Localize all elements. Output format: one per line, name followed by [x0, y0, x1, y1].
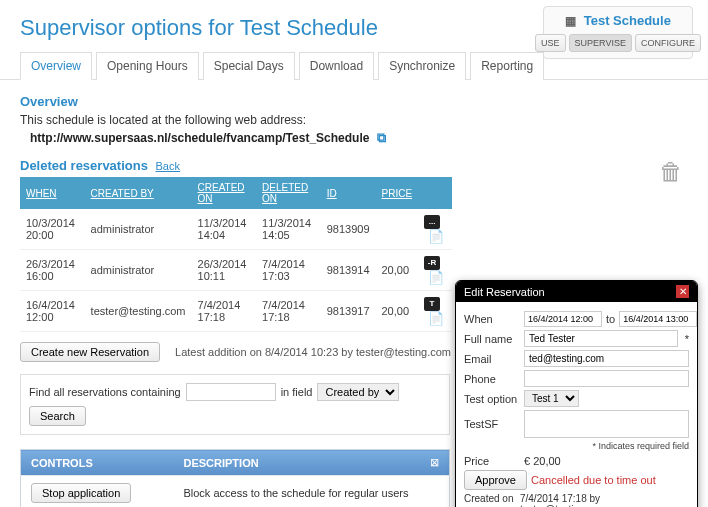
phone-input[interactable]	[524, 370, 689, 387]
testsf-textarea[interactable]	[524, 410, 689, 438]
col-price[interactable]: PRICE	[376, 177, 419, 209]
search-in-field-label: in field	[281, 386, 313, 398]
search-button[interactable]: Search	[29, 406, 86, 426]
back-link[interactable]: Back	[156, 160, 180, 172]
cancelled-text: Cancelled due to time out	[531, 474, 656, 486]
controls-close-icon[interactable]: ⊠	[384, 450, 449, 476]
col-created-by[interactable]: CREATED BY	[85, 177, 192, 209]
description-header: DESCRIPTION	[173, 450, 384, 476]
popup-header: Edit Reservation ✕	[456, 281, 697, 302]
tab-overview[interactable]: Overview	[20, 52, 92, 80]
document-icon[interactable]: 📄	[428, 270, 444, 285]
edit-reservation-popup: Edit Reservation ✕ When to Full name * E…	[455, 280, 698, 507]
fullname-label: Full name	[464, 333, 520, 345]
deleted-heading-text: Deleted reservations	[20, 158, 148, 173]
col-id[interactable]: ID	[321, 177, 376, 209]
col-created-on[interactable]: CREATED ON	[192, 177, 257, 209]
search-input[interactable]	[186, 383, 276, 401]
required-note: * Indicates required field	[464, 441, 689, 451]
search-field-select[interactable]: Created by	[317, 383, 399, 401]
when-label: When	[464, 313, 520, 325]
email-input[interactable]	[524, 350, 689, 367]
supervise-button[interactable]: SUPERVISE	[569, 34, 632, 52]
table-row[interactable]: 26/3/2014 16:00administrator26/3/2014 10…	[20, 250, 452, 291]
controls-header: CONTROLS	[21, 450, 174, 476]
tab-reporting[interactable]: Reporting	[470, 52, 544, 80]
schedule-panel: ▦ Test Schedule USE SUPERVISE CONFIGURE	[543, 6, 693, 59]
price-value: € 20,00	[524, 455, 561, 467]
external-link-icon[interactable]: ⧉	[377, 130, 386, 145]
stop-application-button[interactable]: Stop application	[31, 483, 131, 503]
close-icon[interactable]: ✕	[676, 285, 689, 298]
price-label: Price	[464, 455, 520, 467]
status-badge: ...	[424, 215, 440, 229]
controls-table: CONTROLS DESCRIPTION ⊠ Stop applicationB…	[20, 449, 450, 507]
configure-button[interactable]: CONFIGURE	[635, 34, 701, 52]
status-badge: -R	[424, 256, 440, 270]
testopt-label: Test option	[464, 393, 520, 405]
created-on-label: Created on	[464, 493, 520, 507]
overview-heading: Overview	[20, 94, 688, 109]
testopt-select[interactable]: Test 1	[524, 390, 579, 407]
search-box: Find all reservations containing in fiel…	[20, 374, 450, 435]
latest-addition-text: Latest addition on 8/4/2014 10:23 by tes…	[175, 346, 451, 358]
col-actions	[418, 177, 452, 209]
document-icon[interactable]: 📄	[428, 229, 444, 244]
create-reservation-button[interactable]: Create new Reservation	[20, 342, 160, 362]
control-description: Block access to the schedule for regular…	[173, 476, 449, 508]
document-icon[interactable]: 📄	[428, 311, 444, 326]
schedule-title: ▦ Test Schedule	[550, 13, 686, 28]
table-row: Stop applicationBlock access to the sche…	[21, 476, 450, 508]
phone-label: Phone	[464, 373, 520, 385]
location-url: http://www.supersaas.nl/schedule/fvancam…	[20, 130, 688, 146]
search-prefix: Find all reservations containing	[29, 386, 181, 398]
schedule-title-text: Test Schedule	[584, 13, 671, 28]
deleted-reservations-heading: Deleted reservations Back	[20, 158, 688, 173]
created-on-value: 7/4/2014 17:18 by tester@testing.com	[520, 493, 689, 507]
col-when[interactable]: WHEN	[20, 177, 85, 209]
tab-opening-hours[interactable]: Opening Hours	[96, 52, 199, 80]
use-button[interactable]: USE	[535, 34, 566, 52]
testsf-label: TestSF	[464, 418, 520, 430]
popup-title: Edit Reservation	[464, 286, 545, 298]
status-badge: T	[424, 297, 440, 311]
col-deleted-on[interactable]: DELETED ON	[256, 177, 321, 209]
approve-button[interactable]: Approve	[464, 470, 527, 490]
deleted-table: WHEN CREATED BY CREATED ON DELETED ON ID…	[20, 177, 452, 332]
required-marker: *	[685, 333, 689, 345]
tab-special-days[interactable]: Special Days	[203, 52, 295, 80]
fullname-input[interactable]	[524, 330, 678, 347]
location-text: This schedule is located at the followin…	[20, 113, 688, 127]
email-label: Email	[464, 353, 520, 365]
calendar-icon: ▦	[565, 14, 576, 28]
url-text: http://www.supersaas.nl/schedule/fvancam…	[30, 131, 369, 145]
when-to-label: to	[606, 313, 615, 325]
table-row[interactable]: 16/4/2014 12:00tester@testing.com7/4/201…	[20, 291, 452, 332]
when-from-input[interactable]	[524, 311, 602, 327]
when-to-input[interactable]	[619, 311, 697, 327]
trash-icon[interactable]: 🗑	[659, 158, 683, 186]
table-row[interactable]: 10/3/2014 20:00administrator11/3/2014 14…	[20, 209, 452, 250]
tab-download[interactable]: Download	[299, 52, 374, 80]
tab-synchronize[interactable]: Synchronize	[378, 52, 466, 80]
